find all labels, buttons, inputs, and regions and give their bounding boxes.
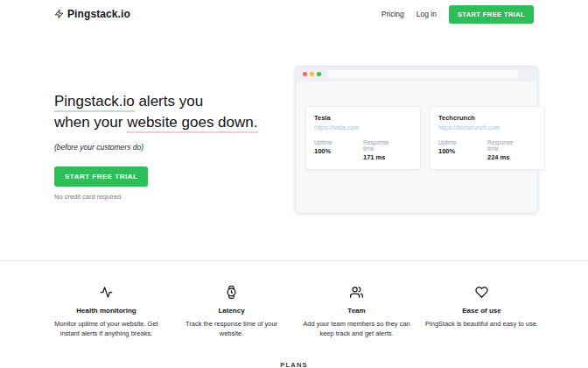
response-value: 224 ms [487,153,524,161]
header-nav: Pricing Log in START FREE TRIAL [382,5,534,24]
section-divider [0,260,588,261]
feature-description: PingStack is beautiful and easy to use. [424,320,539,329]
header: Pingstack.io Pricing Log in START FREE T… [0,0,588,26]
feature-description: Add your team members so they can keep t… [299,320,414,338]
hero-heading-highlight-green: Pingstack.io [54,93,135,112]
hero-heading-highlight-pink: website goes down. [127,114,257,133]
browser-titlebar [296,67,537,81]
header-start-trial-button[interactable]: START FREE TRIAL [449,5,534,24]
monitor-card-tesla: Tesla https://tesla.com Uptime 100% Resp… [305,106,421,170]
browser-address-bar [328,70,518,78]
uptime-value: 100% [314,147,351,155]
monitor-name: Tesla [314,114,412,122]
response-label: Response time [363,139,400,152]
monitor-url: https://techcrunch.com [438,124,536,131]
heart-icon [424,286,539,299]
response-stat: Response time 171 ms [363,139,400,161]
watch-icon [174,286,289,299]
feature-description: Monitor uptime of your website. Get inst… [49,320,164,338]
traffic-light-green-icon [317,72,321,76]
monitor-card-techcrunch: Techcrunch https://techcrunch.com Uptime… [430,106,545,170]
hero-subnote: (before your customers do) [54,143,290,152]
hero-heading-text: alerts you [135,93,203,110]
feature-health-monitoring: Health monitoring Monitor uptime of your… [49,286,164,338]
uptime-label: Uptime [438,139,475,145]
monitor-url: https://tesla.com [314,124,412,131]
feature-title: Ease of use [424,307,539,315]
hero-start-trial-button[interactable]: START FREE TRIAL [54,166,148,187]
hero-section: Pingstack.io alerts you when your websit… [54,91,290,201]
hero-heading-text-2: when your [54,114,127,131]
traffic-light-red-icon [303,72,307,76]
hero-cta-note: No credit card required [54,193,290,201]
feature-title: Health monitoring [49,307,164,315]
response-value: 171 ms [363,153,400,161]
plans-section-label: PLANS [0,361,588,368]
logo-text: Pingstack.io [67,8,130,20]
response-label: Response time [487,139,524,152]
feature-ease-of-use: Ease of use PingStack is beautiful and e… [424,286,539,338]
browser-mockup: Tesla https://tesla.com Uptime 100% Resp… [295,66,538,214]
monitor-stats: Uptime 100% Response time 171 ms [314,139,412,161]
feature-title: Latency [174,307,289,315]
hero-heading: Pingstack.io alerts you when your websit… [54,91,290,133]
uptime-label: Uptime [314,139,351,145]
feature-description: Track the response time of your website. [174,320,289,338]
feature-latency: Latency Track the response time of your … [174,286,289,338]
monitor-stats: Uptime 100% Response time 224 ms [438,139,536,161]
uptime-stat: Uptime 100% [438,139,475,161]
uptime-value: 100% [438,147,475,155]
logo[interactable]: Pingstack.io [54,8,130,20]
feature-team: Team Add your team members so they can k… [299,286,414,338]
users-icon [299,286,414,299]
response-stat: Response time 224 ms [487,139,524,161]
feature-title: Team [299,307,414,315]
uptime-stat: Uptime 100% [314,139,351,161]
monitor-cards: Tesla https://tesla.com Uptime 100% Resp… [296,81,537,170]
nav-link-pricing[interactable]: Pricing [382,10,404,18]
lightning-icon [54,9,64,19]
traffic-light-yellow-icon [310,72,314,76]
pulse-icon [49,286,164,299]
nav-link-login[interactable]: Log in [416,10,437,18]
monitor-name: Techcrunch [438,114,536,122]
features-section: Health monitoring Monitor uptime of your… [49,286,539,338]
